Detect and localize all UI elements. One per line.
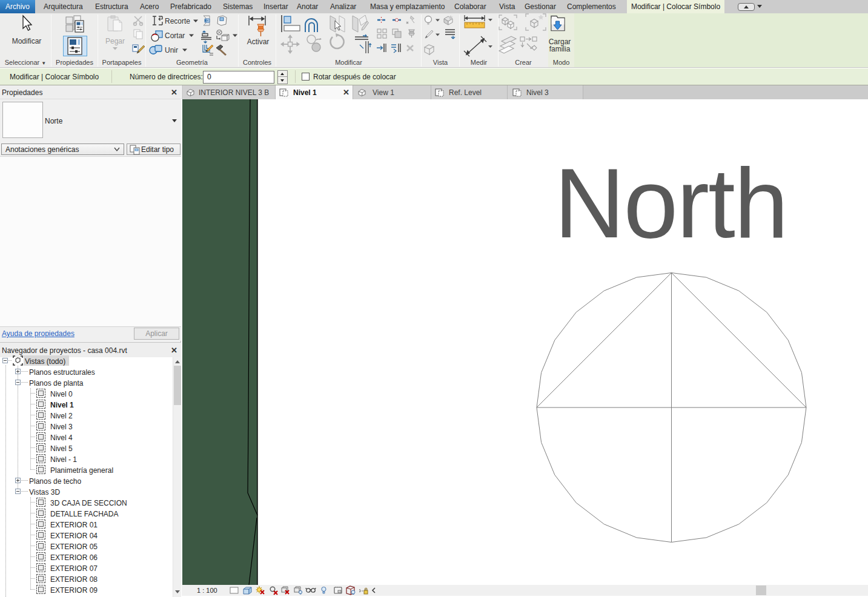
svg-text:Pegar: Pegar	[105, 37, 125, 45]
svg-text:Unir: Unir	[165, 46, 178, 54]
svg-text:Recorte: Recorte	[165, 17, 190, 25]
svg-text:Activar: Activar	[247, 38, 270, 46]
svg-text:familia: familia	[549, 45, 571, 53]
svg-text:Cortar: Cortar	[165, 31, 185, 40]
svg-text:Modificar: Modificar	[12, 37, 42, 45]
